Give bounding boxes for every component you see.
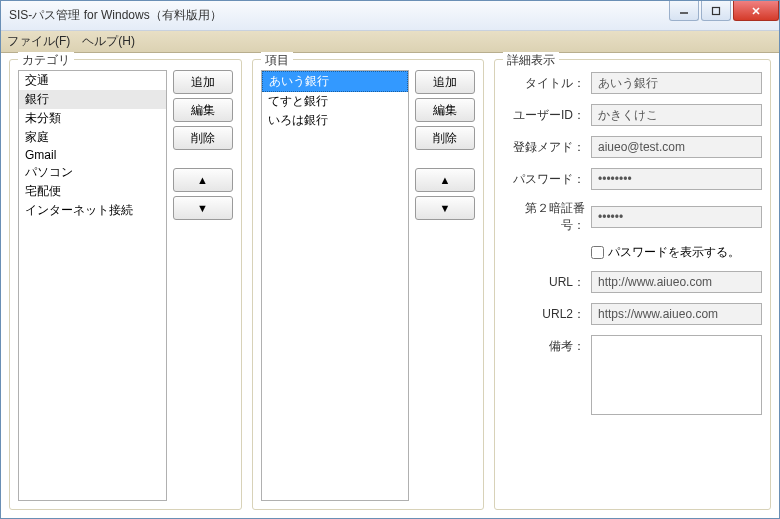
show-password-checkbox[interactable] <box>591 246 604 259</box>
pin2-label: 第２暗証番号： <box>503 200 585 234</box>
url-field[interactable] <box>591 271 762 293</box>
category-up-button[interactable]: ▲ <box>173 168 233 192</box>
category-list-item[interactable]: 未分類 <box>19 109 166 128</box>
menu-help[interactable]: ヘルプ(H) <box>82 33 135 50</box>
svg-rect-1 <box>713 7 720 14</box>
title-field[interactable] <box>591 72 762 94</box>
remarks-field[interactable] <box>591 335 762 415</box>
item-group-title: 項目 <box>261 52 293 69</box>
item-group: 項目 あいう銀行てすと銀行いろは銀行 追加 編集 削除 ▲ ▼ <box>252 59 485 510</box>
minimize-icon <box>679 6 689 16</box>
item-list-item[interactable]: いろは銀行 <box>262 111 409 130</box>
password-field[interactable] <box>591 168 762 190</box>
category-buttons: 追加 編集 削除 ▲ ▼ <box>173 70 233 501</box>
item-list-item[interactable]: あいう銀行 <box>262 71 409 92</box>
category-list-item[interactable]: Gmail <box>19 147 166 163</box>
category-list-item[interactable]: 交通 <box>19 71 166 90</box>
remarks-label: 備考： <box>503 335 585 355</box>
item-edit-button[interactable]: 編集 <box>415 98 475 122</box>
item-delete-button[interactable]: 削除 <box>415 126 475 150</box>
menu-file[interactable]: ファイル(F) <box>7 33 70 50</box>
close-button[interactable] <box>733 1 779 21</box>
category-list-item[interactable]: 家庭 <box>19 128 166 147</box>
category-delete-button[interactable]: 削除 <box>173 126 233 150</box>
item-listbox[interactable]: あいう銀行てすと銀行いろは銀行 <box>261 70 410 501</box>
password-label: パスワード： <box>503 171 585 188</box>
window-controls <box>667 1 779 21</box>
show-password-label: パスワードを表示する。 <box>608 244 740 261</box>
close-icon <box>751 6 761 16</box>
category-edit-button[interactable]: 編集 <box>173 98 233 122</box>
category-down-button[interactable]: ▼ <box>173 196 233 220</box>
maximize-button[interactable] <box>701 1 731 21</box>
category-group: カテゴリ 交通銀行未分類家庭Gmailパソコン宅配便インターネット接続 追加 編… <box>9 59 242 510</box>
category-list-item[interactable]: 宅配便 <box>19 182 166 201</box>
item-up-button[interactable]: ▲ <box>415 168 475 192</box>
category-listbox[interactable]: 交通銀行未分類家庭Gmailパソコン宅配便インターネット接続 <box>18 70 167 501</box>
category-list-item[interactable]: インターネット接続 <box>19 201 166 220</box>
url2-label: URL2： <box>503 306 585 323</box>
menubar: ファイル(F) ヘルプ(H) <box>1 31 779 53</box>
item-buttons: 追加 編集 削除 ▲ ▼ <box>415 70 475 501</box>
content-area: カテゴリ 交通銀行未分類家庭Gmailパソコン宅配便インターネット接続 追加 編… <box>1 53 779 518</box>
minimize-button[interactable] <box>669 1 699 21</box>
pin2-field[interactable] <box>591 206 762 228</box>
item-add-button[interactable]: 追加 <box>415 70 475 94</box>
category-list-item[interactable]: 銀行 <box>19 90 166 109</box>
window-title: SIS-パス管理 for Windows（有料版用） <box>9 7 222 24</box>
email-label: 登録メアド： <box>503 139 585 156</box>
item-down-button[interactable]: ▼ <box>415 196 475 220</box>
userid-label: ユーザーID： <box>503 107 585 124</box>
title-label: タイトル： <box>503 75 585 92</box>
url2-field[interactable] <box>591 303 762 325</box>
category-list-item[interactable]: パソコン <box>19 163 166 182</box>
main-window: SIS-パス管理 for Windows（有料版用） ファイル(F) ヘルプ(H… <box>0 0 780 519</box>
category-add-button[interactable]: 追加 <box>173 70 233 94</box>
category-group-title: カテゴリ <box>18 52 74 69</box>
email-field[interactable] <box>591 136 762 158</box>
detail-group: 詳細表示 タイトル： ユーザーID： 登録メアド： パスワード： <box>494 59 771 510</box>
titlebar[interactable]: SIS-パス管理 for Windows（有料版用） <box>1 1 779 31</box>
detail-group-title: 詳細表示 <box>503 52 559 69</box>
item-list-item[interactable]: てすと銀行 <box>262 92 409 111</box>
maximize-icon <box>711 6 721 16</box>
url-label: URL： <box>503 274 585 291</box>
userid-field[interactable] <box>591 104 762 126</box>
